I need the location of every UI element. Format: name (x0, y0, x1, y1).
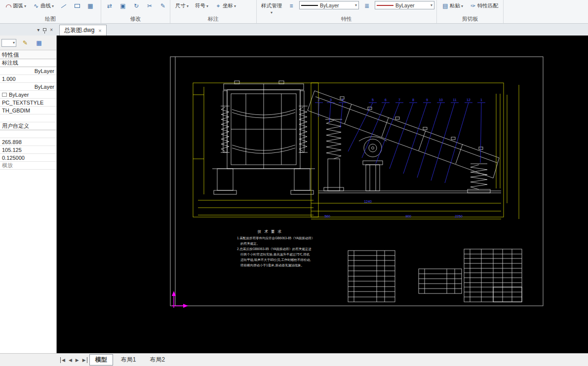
balloon-number: 10 (439, 98, 443, 102)
middle-table[interactable] (419, 269, 462, 293)
previous-sheet-button[interactable]: ◀ (68, 357, 73, 363)
dimension-value: 2250 (455, 215, 463, 218)
chevron-down-icon: ▾ (206, 4, 208, 8)
linecolor-preview-icon (377, 5, 393, 6)
symbol-tool-button[interactable]: 符号▾ (193, 1, 210, 11)
property-row[interactable]: ByLayer (0, 67, 56, 75)
select-grid-icon: ▦ (36, 39, 41, 46)
linecolor-select[interactable]: ByLayer ▾ (375, 1, 434, 9)
rectangle-icon (74, 2, 80, 9)
balloon-number: 11 (453, 98, 456, 102)
model-tab[interactable]: 模型 (89, 354, 113, 366)
hatch-tool-button[interactable]: ▨ (98, 1, 99, 11)
svg-text:2.总装后按GB6063-85《YA圆振动筛》的有关规定进: 2.总装后按GB6063-85《YA圆振动筛》的有关规定进 (237, 247, 312, 251)
palette-empty-area (0, 170, 56, 353)
property-row[interactable]: 265.898 (0, 138, 56, 146)
balloon-number: 3 (330, 98, 332, 102)
layout1-tab[interactable]: 布局1 (115, 354, 142, 366)
ribbon-group-annotate: 尺寸▾ 符号▾ ⌖ 坐标▾ 标注 (170, 0, 257, 23)
technical-requirements[interactable]: 技 术 要 求 1.装配前所有零件均应符合GB6063-85《YA圆振动筛》 的… (237, 229, 314, 267)
front-view[interactable] (212, 81, 315, 194)
ribbon-group-clipboard: ▤ 粘贴▾ ✑ 特性匹配 剪切板 (437, 0, 504, 23)
side-view-dimensions[interactable] (311, 83, 519, 219)
svg-text:筛箱横向摆动小于1毫米,振动器无漏油现象。: 筛箱横向摆动小于1毫米,振动器无漏油现象。 (240, 263, 304, 267)
title-block-table[interactable] (464, 249, 522, 302)
balloon-leaders[interactable]: 2 3 4 5 6 7 8 9 10 11 12 1 (315, 98, 485, 183)
brush-icon: ✑ (470, 2, 476, 9)
ribbon: 圆弧▾ ∿ 曲线▾ ▦ ▨ 绘图 ⇄ ▣ ↻ ✂ ✎ 修改 (0, 0, 588, 24)
palette-filter-select[interactable]: ▾ (1, 39, 16, 47)
clipboard-group-label: 剪切板 (437, 15, 503, 23)
document-tab[interactable]: 总装图.dwg × (59, 25, 107, 36)
pencil-icon: ✎ (23, 39, 28, 46)
line-tool-button[interactable] (58, 1, 69, 11)
property-row-color[interactable]: ByLayer (0, 91, 56, 99)
linetype-select[interactable]: ByLayer ▾ (299, 1, 359, 9)
parts-list-table[interactable] (348, 251, 395, 302)
property-row[interactable]: PC_TEXTSTYLE (0, 99, 56, 107)
balloon-number: 2 (318, 98, 320, 102)
line-icon (60, 2, 67, 9)
property-row-empty (0, 130, 56, 138)
property-row[interactable]: 1.000 (0, 75, 56, 83)
properties-group-label: 特性 (257, 15, 436, 23)
next-sheet-button[interactable]: ▶ (75, 357, 80, 363)
property-row[interactable]: ByLayer (0, 83, 56, 91)
dimension-value: 900 (405, 215, 411, 218)
layer-list-button[interactable]: ≡ (286, 1, 297, 11)
property-row[interactable]: 105.125 (0, 146, 56, 154)
rectangle-tool-button[interactable] (72, 1, 82, 11)
move-tool-button[interactable]: ⇄ (104, 1, 115, 11)
balloon-number: 5 (372, 98, 374, 102)
dimension-tool-button[interactable]: 尺寸▾ (173, 1, 191, 11)
chevron-down-icon: ▾ (271, 10, 273, 15)
curve-icon: ∿ (33, 2, 39, 9)
curve-tool-button[interactable]: ∿ 曲线▾ (31, 1, 56, 11)
linetype-preview-icon (301, 5, 318, 6)
palette-dropdown-icon[interactable]: ▾ (37, 27, 39, 33)
quick-select-button[interactable]: ▦ (34, 38, 44, 47)
cad-drawing[interactable]: 2 3 4 5 6 7 8 9 10 11 12 1 560 1240 (57, 36, 588, 353)
style-manager-button[interactable]: 样式管理▾ (260, 1, 283, 15)
property-row-category[interactable]: 用户自定义 (0, 122, 56, 130)
property-row[interactable]: TH_GBDIM (0, 107, 56, 114)
edit-tool-button[interactable]: ✎ (157, 1, 168, 11)
paste-button[interactable]: ▤ 粘贴▾ (440, 1, 465, 11)
trim-tool-button[interactable]: ✂ (144, 1, 155, 11)
rotate-icon: ↻ (133, 2, 140, 9)
coordinate-tool-button[interactable]: ⌖ 坐标▾ (213, 1, 238, 11)
svg-text:1.装配前所有零件均应符合GB6063-85《YA圆振动筛》: 1.装配前所有零件均应符合GB6063-85《YA圆振动筛》 (237, 236, 314, 240)
copy-icon: ▣ (119, 2, 126, 9)
last-sheet-button[interactable]: ▶ (81, 357, 87, 363)
ribbon-spacer (504, 0, 588, 23)
draw-group-label: 绘图 (0, 15, 101, 23)
blue-dimension-values[interactable]: 560 1240 900 2250 (324, 200, 463, 218)
property-row[interactable]: 0.125000 (0, 154, 56, 162)
lineweight-button[interactable]: ≣ (361, 1, 372, 11)
trim-icon: ✂ (146, 2, 153, 9)
close-icon[interactable]: × (98, 28, 101, 34)
drawing-canvas[interactable]: 2 3 4 5 6 7 8 9 10 11 12 1 560 1240 (57, 36, 588, 353)
rotate-tool-button[interactable]: ↻ (131, 1, 142, 11)
first-sheet-button[interactable]: ◀ (60, 357, 66, 363)
property-row-category[interactable]: 标注线 (0, 59, 56, 67)
layout2-tab[interactable]: 布局2 (144, 354, 171, 366)
palette-close-icon[interactable]: × (50, 27, 53, 33)
main-area: ▾ ✎ ▦ 特性值 标注线 ByLayer 1.000 ByLayer ByLa… (0, 36, 588, 353)
arc-tool-button[interactable]: 圆弧▾ (3, 1, 28, 11)
copy-tool-button[interactable]: ▣ (118, 1, 128, 11)
dimension-value: 560 (324, 215, 330, 218)
property-row[interactable]: 横放 (0, 162, 56, 170)
sheet-navigation: ◀ ◀ ▶ ▶ (60, 357, 87, 363)
balloon-number: 1 (480, 98, 482, 102)
quick-edit-button[interactable]: ✎ (20, 38, 30, 47)
list-icon: ≡ (288, 2, 295, 9)
array-tool-button[interactable]: ▦ (85, 1, 96, 11)
balloon-number: 7 (398, 98, 400, 102)
edit-icon: ✎ (159, 2, 166, 9)
balloon-number: 9 (426, 98, 428, 102)
side-view[interactable] (308, 91, 501, 193)
pin-icon[interactable] (43, 28, 46, 31)
match-properties-button[interactable]: ✑ 特性匹配 (468, 1, 500, 11)
balloon-number: 12 (467, 98, 470, 102)
